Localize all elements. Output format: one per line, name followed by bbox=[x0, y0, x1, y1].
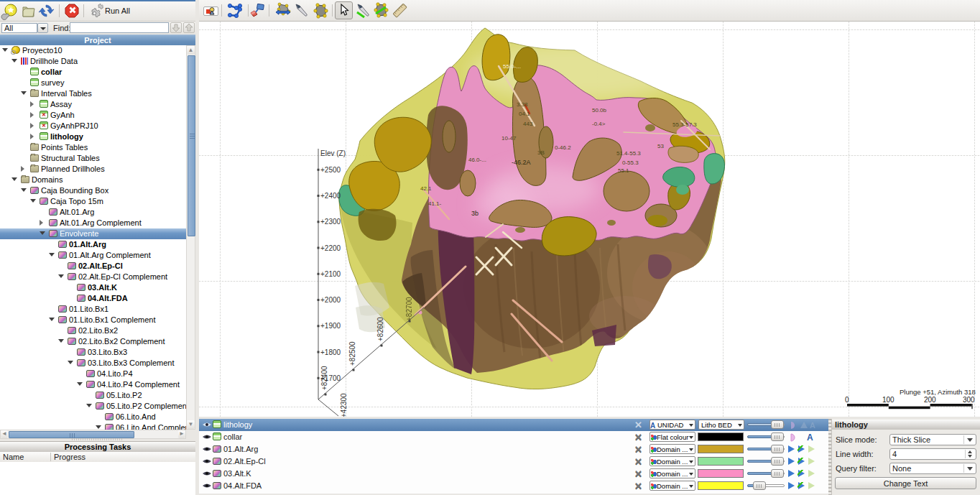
svg-text:+2500: +2500 bbox=[320, 166, 341, 174]
svg-text:-0.4>: -0.4> bbox=[592, 121, 606, 127]
svg-text:100: 100 bbox=[882, 396, 895, 404]
svg-text:443: 443 bbox=[523, 121, 533, 127]
svg-text:55.3-57.3: 55.3-57.3 bbox=[672, 121, 697, 128]
svg-text:A: A bbox=[810, 421, 815, 430]
svg-text:+82700: +82700 bbox=[405, 297, 413, 321]
svg-text:200: 200 bbox=[924, 396, 936, 404]
svg-text:+2400: +2400 bbox=[320, 192, 341, 200]
svg-text:55.0-...: 55.0-... bbox=[503, 63, 521, 70]
svg-text:53: 53 bbox=[657, 143, 664, 149]
svg-text:0-55.3: 0-55.3 bbox=[622, 159, 639, 166]
svg-text:+2300: +2300 bbox=[320, 218, 341, 226]
svg-text:A: A bbox=[650, 422, 655, 429]
svg-text:+1900: +1900 bbox=[320, 322, 341, 330]
svg-text:Elev (Z): Elev (Z) bbox=[320, 149, 346, 157]
svg-text:50.0b: 50.0b bbox=[592, 107, 607, 114]
svg-text:04.1: 04.1 bbox=[519, 111, 530, 117]
svg-text:0-46.2: 0-46.2 bbox=[555, 144, 571, 151]
svg-text:Plunge +51, Azimuth 318: Plunge +51, Azimuth 318 bbox=[900, 388, 976, 396]
svg-text:+1800: +1800 bbox=[320, 348, 341, 356]
svg-text:3.38: 3.38 bbox=[517, 101, 528, 108]
svg-text:Run All: Run All bbox=[105, 6, 130, 15]
svg-text:+82400: +82400 bbox=[320, 366, 328, 390]
svg-text:+82600: +82600 bbox=[376, 317, 384, 341]
svg-text:+42300: +42300 bbox=[340, 393, 348, 417]
svg-text:300: 300 bbox=[963, 396, 975, 404]
svg-text:3b: 3b bbox=[471, 210, 479, 217]
svg-text:55.1: 55.1 bbox=[618, 167, 629, 174]
svg-text:10-47: 10-47 bbox=[501, 135, 517, 142]
svg-text:42.1: 42.1 bbox=[420, 185, 432, 192]
svg-text:0: 0 bbox=[845, 396, 849, 404]
svg-text:51.4-55.3: 51.4-55.3 bbox=[616, 150, 641, 157]
svg-text:3B: 3B bbox=[537, 149, 545, 156]
svg-text:+82500: +82500 bbox=[348, 341, 356, 366]
svg-text:41.1-: 41.1- bbox=[428, 200, 442, 207]
svg-text:+2100: +2100 bbox=[320, 270, 341, 278]
svg-text:+2000: +2000 bbox=[320, 296, 341, 304]
svg-text:A: A bbox=[807, 432, 813, 442]
svg-text:+2200: +2200 bbox=[320, 244, 341, 252]
svg-text:-46.2A: -46.2A bbox=[512, 159, 531, 166]
svg-text:46.0-...: 46.0-... bbox=[468, 157, 486, 163]
